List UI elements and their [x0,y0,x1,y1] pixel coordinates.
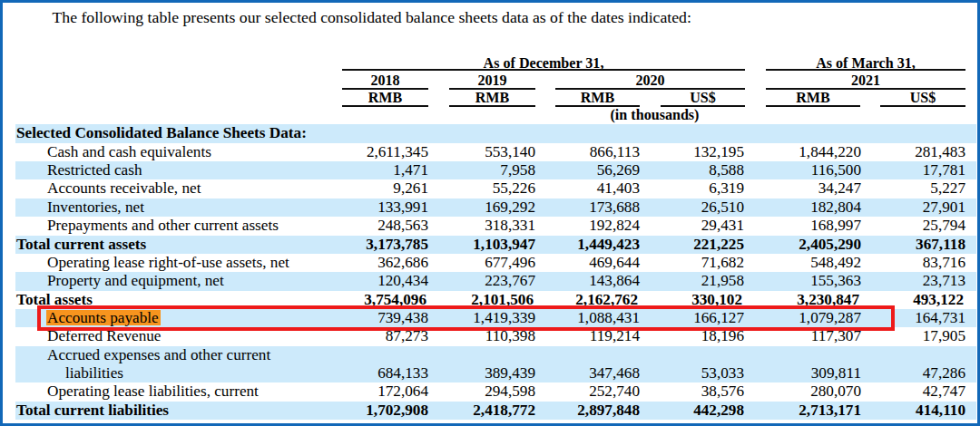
cell-value: 553,140 [485,143,535,161]
cell-value: 143,864 [589,272,640,290]
table-row: Total current assets 3,173,785 1,103,947… [15,236,976,254]
row-label: Total current liabilities [16,402,169,420]
rule-december-group [342,69,745,71]
table-row: Accrued expenses and other current liabi… [15,346,976,383]
cell-value: 362,686 [377,254,428,272]
cell-value: 53,033 [701,364,744,382]
cell-value: 866,113 [590,143,640,161]
cell-value: 469,644 [589,254,640,272]
table-row: Cash and cash equivalents 2,611,345 553,… [15,143,976,161]
col-year: 2019 [449,73,535,88]
intro-text: The following table presents our selecte… [53,7,691,27]
col-currency: US$ [661,90,745,105]
cell-value: 677,496 [485,254,535,272]
cell-value: 223,767 [485,272,535,290]
cell-value: 252,740 [589,382,640,401]
col-year: 2021 [766,73,965,88]
row-label: Operating lease liabilities, current [47,382,259,401]
cell-value: 38,576 [701,382,744,401]
units-note: (in thousands) [560,107,750,122]
row-label: Selected Consolidated Balance Sheets Dat… [16,124,307,142]
table-row: Prepayments and other current assets 248… [15,217,976,235]
cell-value: 281,483 [915,143,965,161]
cell-value: 172,064 [377,382,428,401]
cell-value: 169,292 [485,198,535,217]
cell-value: 116,500 [811,161,861,179]
cell-value: 6,319 [709,179,744,198]
table-row: Restricted cash 1,471 7,958 56,269 8,588… [15,161,976,179]
cell-value: 389,439 [485,364,535,382]
cell-value: 132,195 [693,143,744,161]
cell-value: 21,958 [701,272,744,290]
row-label: Prepayments and other current assets [47,217,279,235]
cell-value: 1,103,947 [473,236,535,254]
red-annotation-box [37,305,895,331]
cell-value: 2,611,345 [367,143,428,161]
cell-value: 2,897,848 [577,402,640,420]
col-year: 2020 [555,73,745,88]
cell-value: 318,331 [485,217,535,235]
rule-currency [880,105,965,107]
cell-value: 5,227 [930,179,965,198]
cell-value: 168,997 [810,217,861,235]
table-row: Inventories, net 133,991 169,292 173,688… [15,198,976,217]
cell-value: 367,118 [916,236,965,254]
cell-value: 120,434 [377,272,428,290]
cell-value: 1,449,423 [577,236,640,254]
cell-value: 3,173,785 [366,236,428,254]
cell-value: 182,804 [810,198,861,217]
table-row: Property and equipment, net 120,434 223,… [15,272,976,290]
cell-value: 26,510 [701,198,744,217]
cell-value: 17,905 [923,327,965,345]
cell-value: 221,225 [693,236,744,254]
cell-value: 1,471 [393,161,428,179]
col-group-march: As of March 31, [766,55,965,71]
col-currency: RMB [766,90,860,105]
table-row: Operating lease right-of-use assets, net… [15,254,976,272]
balance-sheet-page: The following table presents our selecte… [0,0,980,426]
row-label-line2: liabilities [65,364,123,382]
cell-value: 56,269 [597,161,640,179]
cell-value: 548,492 [810,254,861,272]
cell-value: 493,122 [911,291,965,310]
col-currency: RMB [449,90,535,105]
rule-march-group [766,69,965,71]
cell-value: 17,781 [923,161,965,179]
row-label: Cash and cash equivalents [47,143,211,161]
cell-value: 34,247 [818,179,861,198]
col-year: 2018 [342,73,428,88]
row-label-line1: Accrued expenses and other current [47,346,270,364]
cell-value: 7,958 [500,161,535,179]
cell-value: 2,405,290 [799,236,861,254]
cell-value: 294,598 [485,382,535,401]
row-label: Restricted cash [47,161,142,179]
cell-value: 83,716 [923,254,965,272]
col-currency: US$ [880,90,965,105]
row-label: Accounts receivable, net [47,179,201,198]
rule-currency [449,105,535,107]
cell-value: 42,747 [923,382,965,401]
cell-value: 27,901 [923,198,965,217]
table-row: Selected Consolidated Balance Sheets Dat… [15,124,976,142]
row-label: Total current assets [16,236,146,254]
cell-value: 192,824 [589,217,640,235]
table-row: Total current liabilities 1,702,908 2,41… [15,402,976,420]
cell-value: 280,070 [810,382,861,401]
cell-value: 347,468 [589,364,640,382]
col-currency: RMB [555,90,640,105]
cell-value: 2,418,772 [473,402,535,420]
rule-currency [766,105,860,107]
cell-value: 155,363 [810,272,861,290]
cell-value: 71,682 [701,254,744,272]
cell-value: 41,403 [597,179,640,198]
cell-value: 9,261 [393,179,428,198]
cell-value: 2,713,171 [799,402,861,420]
table-row: Operating lease liabilities, current 172… [15,382,976,401]
row-label: Operating lease right-of-use assets, net [47,254,289,272]
cell-value: 309,811 [811,364,861,382]
row-label: Inventories, net [47,198,144,217]
col-group-december: As of December 31, [342,55,745,71]
cell-value: 1,844,220 [799,143,861,161]
cell-value: 248,563 [377,217,428,235]
cell-value: 29,431 [701,217,744,235]
